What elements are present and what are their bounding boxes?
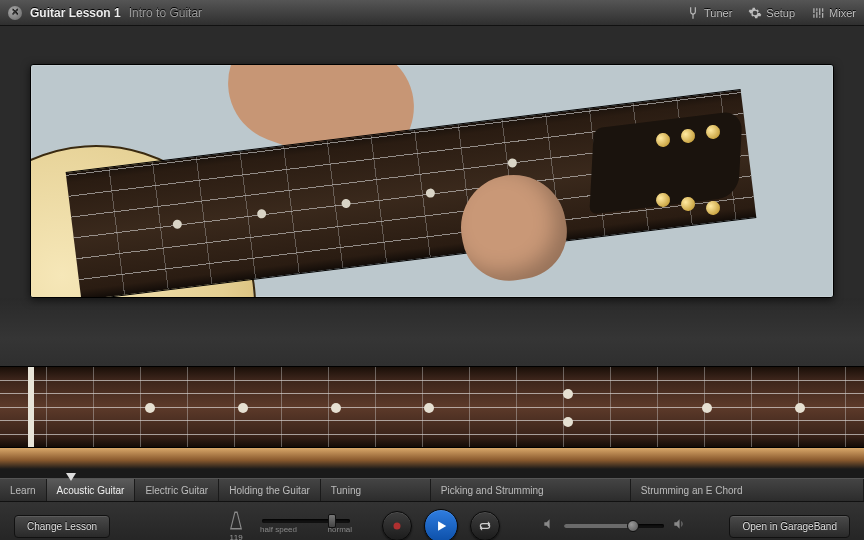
speed-slider-thumb[interactable] [328,514,336,528]
record-icon [390,519,404,533]
speed-slider[interactable] [262,519,350,523]
fretboard-edge [0,448,864,478]
chapter-tuning[interactable]: Tuning [321,479,431,501]
tuner-button[interactable]: Tuner [686,6,732,20]
lesson-title: Guitar Lesson 1 [30,6,121,20]
transport-controls: Change Lesson 119 half speed normal Open… [0,502,864,540]
metronome-icon [227,511,245,533]
loop-icon [478,519,492,533]
chapter-label: Learn [10,485,36,496]
tempo-bpm: 119 [229,533,242,540]
chapter-label: Tuning [331,485,361,496]
volume-high-icon [672,517,686,535]
play-button[interactable] [424,509,458,540]
setup-button[interactable]: Setup [748,6,795,20]
lesson-video[interactable] [30,64,834,298]
gear-icon [748,6,762,20]
change-lesson-button[interactable]: Change Lesson [14,515,110,538]
metronome-button[interactable]: 119 [224,510,248,540]
chapter-label: Strumming an E Chord [641,485,743,496]
mixer-label: Mixer [829,7,856,19]
chapter-holding-the-guitar[interactable]: Holding the Guitar [219,479,321,501]
lesson-subtitle: Intro to Guitar [129,6,202,20]
mixer-button[interactable]: Mixer [811,6,856,20]
chapter-label: Picking and Strumming [441,485,544,496]
title-bar: ✕ Guitar Lesson 1 Intro to Guitar Tuner … [0,0,864,26]
volume-low-icon [542,517,556,535]
chapter-strumming-an-e-chord[interactable]: Strumming an E Chord [631,479,864,501]
volume-slider-thumb[interactable] [627,520,639,532]
open-in-garageband-button[interactable]: Open in GarageBand [729,515,850,538]
practice-fretboard[interactable] [0,366,864,448]
chapter-electric-guitar[interactable]: Electric Guitar [135,479,219,501]
svg-point-0 [394,523,401,530]
chapter-picking-and-strumming[interactable]: Picking and Strumming [431,479,631,501]
tuner-label: Tuner [704,7,732,19]
chapter-learn[interactable]: Learn [0,479,47,501]
play-icon [434,519,448,533]
loop-button[interactable] [470,511,500,540]
speed-label-min: half speed [260,525,297,534]
chapter-label: Acoustic Guitar [57,485,125,496]
mixer-icon [811,6,825,20]
tuning-fork-icon [686,6,700,20]
chapter-label: Electric Guitar [145,485,208,496]
record-button[interactable] [382,511,412,540]
spacer-area [0,298,864,366]
setup-label: Setup [766,7,795,19]
chapter-acoustic-guitar[interactable]: Acoustic Guitar [47,479,136,501]
volume-slider[interactable] [564,524,664,528]
playhead-marker[interactable] [66,473,76,481]
chapter-label: Holding the Guitar [229,485,310,496]
close-button[interactable]: ✕ [8,6,22,20]
chapter-bar: Learn Acoustic Guitar Electric Guitar Ho… [0,478,864,502]
